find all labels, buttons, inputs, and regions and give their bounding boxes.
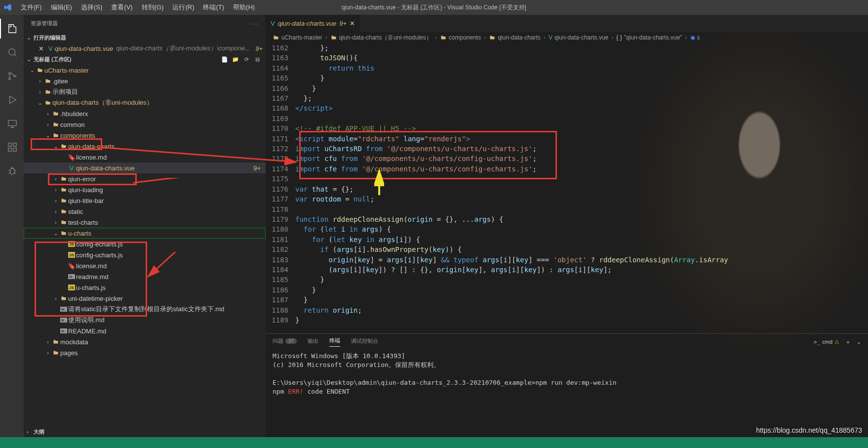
panel-tab[interactable]: 终端	[329, 337, 340, 347]
modified-badge: 9+	[255, 45, 263, 52]
menu-item[interactable]: 编辑(E)	[47, 1, 76, 13]
chevron-right-icon: ›	[435, 34, 437, 41]
terminal-output[interactable]: Microsoft Windows [版本 10.0.14393] (c) 20…	[266, 350, 868, 437]
folder-icon	[43, 78, 52, 84]
tree-item[interactable]: JSconfig-ucharts.js	[24, 249, 266, 260]
source-control-icon[interactable]	[0, 66, 24, 86]
code-editor[interactable]: }; toJSON(){ return this } } }; </script…	[295, 43, 868, 333]
search-icon[interactable]	[0, 42, 24, 62]
tree-item[interactable]: ›mockdata	[24, 336, 266, 347]
extensions-icon[interactable]	[0, 137, 24, 157]
folder-icon	[59, 208, 68, 214]
menu-item[interactable]: 选择(S)	[77, 1, 106, 13]
js-icon: JS	[67, 252, 76, 258]
menu-item[interactable]: 查看(V)	[107, 1, 136, 13]
tree-item-label: qiun-error	[68, 175, 266, 183]
open-editors-header[interactable]: ⌄打开的编辑器	[24, 32, 266, 43]
tree-item[interactable]: ›static	[24, 206, 266, 217]
svg-rect-4	[8, 121, 17, 126]
editor-tab[interactable]: V qiun-data-charts.vue 9+ ✕	[266, 15, 360, 32]
menu-item[interactable]: 转到(G)	[138, 1, 168, 13]
folder-icon	[59, 187, 68, 193]
tree-item[interactable]: ›qiun-title-bar	[24, 195, 266, 206]
folder-icon	[51, 111, 60, 117]
tree-item[interactable]: ⌄u-charts	[24, 228, 266, 239]
tree-item[interactable]: JSconfig-echarts.js	[24, 239, 266, 249]
tree-item[interactable]: JSu-charts.js	[24, 282, 266, 293]
menu-item[interactable]: 文件(F)	[17, 1, 46, 13]
modified-badge: 9+	[253, 164, 261, 172]
panel-tab[interactable]: 调试控制台	[351, 337, 378, 347]
tree-item[interactable]: ›示例项目	[24, 86, 266, 97]
tree-item[interactable]: ›.gitee	[24, 76, 266, 86]
tree-item-label: README.md	[68, 327, 266, 335]
explorer-icon[interactable]	[0, 19, 24, 39]
tree-item[interactable]: M↓readme.md	[24, 271, 266, 282]
tree-item[interactable]: M↓README.md	[24, 326, 266, 336]
remote-explorer-icon[interactable]	[0, 114, 24, 133]
tree-item[interactable]: ›common	[24, 119, 266, 130]
breadcrumb-item[interactable]: uCharts-master	[273, 34, 322, 41]
tree-item[interactable]: ⌄qiun-data-charts（非uni-modules）	[24, 97, 266, 108]
chevron-icon: ›	[52, 187, 59, 193]
tree-item-label: u-charts.js	[76, 284, 266, 291]
tree-item[interactable]: ›test-charts	[24, 217, 266, 228]
folder-icon	[59, 295, 68, 301]
chevron-icon: ›	[44, 350, 51, 356]
menu-item[interactable]: 运行(R)	[168, 1, 198, 13]
tree-item[interactable]: ›qiun-error	[24, 173, 266, 184]
tree-item[interactable]: M↓请将static目录下文件复制到根目录的static文件夹下.md	[24, 304, 266, 315]
chevron-icon: ⌄	[52, 231, 59, 236]
bug-icon[interactable]	[0, 161, 24, 181]
sidebar-more-icon[interactable]: ···	[251, 21, 259, 27]
line-number-gutter: 1162116311641165116611671168116911701171…	[266, 43, 295, 333]
tree-item-label: test-charts	[68, 219, 266, 226]
tree-item[interactable]: ⌄qiun-data-charts	[24, 141, 266, 152]
tree-item[interactable]: ›pages	[24, 347, 266, 358]
editor-pane: V qiun-data-charts.vue 9+ ✕ uCharts-mast…	[266, 15, 868, 437]
markdown-icon: M↓	[59, 307, 68, 312]
breadcrumb-item[interactable]: qiun-data-charts（非uni-modules）	[330, 34, 432, 42]
tree-item[interactable]: ⌄uCharts-master	[24, 65, 266, 76]
tree-item-label: qiun-data-charts.vue	[76, 164, 253, 172]
tree-item[interactable]: 🔖license.md	[24, 152, 266, 163]
open-editor-item[interactable]: ✕Vqiun-data-charts.vueqiun-data-charts（非…	[24, 43, 266, 54]
workspace-header[interactable]: ⌄无标题 (工作区) 📄 📁 ⟳ ⊟	[24, 54, 266, 65]
vue-icon: V	[67, 164, 76, 172]
close-icon[interactable]: ✕	[39, 45, 46, 52]
menu-item[interactable]: 帮助(H)	[229, 1, 259, 13]
folder-icon	[43, 89, 52, 95]
menu-item[interactable]: 终端(T)	[199, 1, 228, 13]
panel-tab[interactable]: 问题37	[273, 337, 297, 347]
title-bar: 文件(F)编辑(E)选择(S)查看(V)转到(G)运行(R)终端(T)帮助(H)…	[0, 0, 868, 15]
tree-item-label: common	[60, 121, 266, 128]
vue-icon: V	[48, 45, 53, 52]
refresh-icon[interactable]: ⟳	[241, 56, 252, 63]
run-debug-icon[interactable]	[0, 90, 24, 110]
chevron-icon: ›	[37, 79, 43, 84]
close-icon[interactable]: ✕	[350, 20, 355, 27]
markdown-icon: M↓	[59, 318, 68, 323]
tree-item[interactable]: 🔖license.md	[24, 260, 266, 271]
chevron-icon: ⌄	[37, 100, 43, 106]
tree-item-label: uni-datetime-picker	[68, 295, 266, 302]
new-file-icon[interactable]: 📄	[219, 56, 230, 63]
tree-item[interactable]: ›uni-datetime-picker	[24, 293, 266, 304]
folder-icon	[273, 35, 279, 41]
problems-count-badge: 37	[285, 338, 297, 344]
tree-item[interactable]: ⌄components	[24, 130, 266, 141]
outline-header[interactable]: ›大纲	[24, 426, 266, 437]
chevron-right-icon: ›	[484, 34, 486, 41]
sidebar-explorer: 资源管理器 ··· ⌄打开的编辑器 ✕Vqiun-data-charts.vue…	[24, 15, 266, 437]
tree-item-label: u-charts	[68, 230, 266, 237]
svg-point-3	[14, 75, 16, 77]
panel-tab[interactable]: 输出	[308, 337, 318, 347]
new-folder-icon[interactable]: 📁	[230, 56, 241, 63]
folder-icon	[51, 132, 60, 138]
collapse-icon[interactable]: ⊟	[252, 56, 263, 63]
tree-item[interactable]: ›.hbuilderx	[24, 108, 266, 119]
tree-item[interactable]: ›qiun-loading	[24, 184, 266, 195]
tree-item[interactable]: Vqiun-data-charts.vue9+	[24, 163, 266, 173]
breadcrumb-item[interactable]: components	[440, 34, 481, 41]
tree-item[interactable]: M↓使用说明.md	[24, 315, 266, 326]
